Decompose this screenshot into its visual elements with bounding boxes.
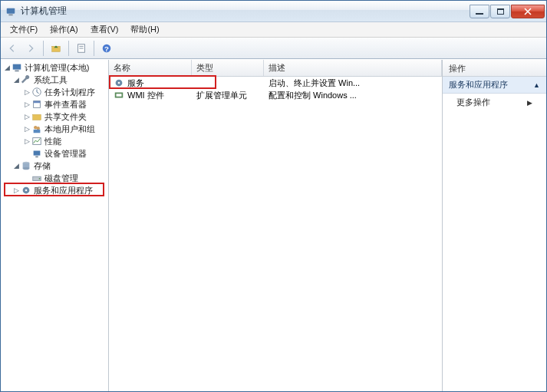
actions-category-label: 服务和应用程序: [449, 79, 508, 91]
folder-share-icon: [31, 111, 42, 122]
row-desc: 配置和控制 Windows ...: [269, 90, 357, 101]
help-icon: ?: [101, 43, 112, 54]
forward-button[interactable]: [22, 40, 39, 57]
event-icon: [31, 99, 42, 110]
svg-rect-18: [34, 151, 41, 156]
actions-body: 服务和应用程序 ▲ 更多操作 ▶: [443, 77, 546, 391]
maximize-button[interactable]: [490, 5, 510, 18]
svg-rect-12: [34, 101, 41, 104]
expander-icon[interactable]: ▷: [22, 113, 31, 120]
svg-rect-9: [15, 71, 18, 72]
expander-icon[interactable]: ▷: [22, 88, 31, 96]
list-row-wmi[interactable]: WMI 控件 扩展管理单元 配置和控制 Windows ...: [109, 89, 442, 101]
wrench-icon: [21, 74, 31, 85]
tree-performance[interactable]: ▷ 性能: [1, 135, 108, 147]
menu-view[interactable]: 查看(V): [84, 22, 125, 37]
storage-icon: [21, 160, 31, 171]
tree-node-label: 计算机管理(本地): [25, 62, 89, 74]
expander-icon[interactable]: ▷: [12, 186, 21, 194]
svg-point-24: [39, 178, 41, 180]
row-type: 扩展管理单元: [196, 90, 247, 101]
tree-node-label: 本地用户和组: [44, 124, 95, 135]
help-button[interactable]: ?: [98, 40, 115, 57]
menu-help[interactable]: 帮助(H): [124, 22, 165, 37]
tree-event-viewer[interactable]: ▷ 事件查看器: [1, 98, 108, 110]
tree-services-apps[interactable]: ▷ 服务和应用程序: [1, 184, 108, 196]
clock-icon: [31, 87, 42, 97]
list-header: 名称 类型 描述: [109, 60, 442, 77]
wmi-icon: [114, 90, 124, 100]
back-arrow-icon: [7, 43, 18, 54]
close-icon: [524, 8, 532, 15]
tree-storage[interactable]: ◢ 存储: [1, 160, 108, 172]
minimize-button[interactable]: [470, 5, 489, 18]
row-name: WMI 控件: [127, 90, 164, 101]
menu-action[interactable]: 操作(A): [44, 22, 84, 37]
tree-local-users[interactable]: ▷ 本地用户和组: [1, 123, 108, 135]
tree-task-scheduler[interactable]: ▷ 任务计划程序: [1, 86, 108, 98]
svg-point-22: [23, 167, 30, 170]
expander-icon[interactable]: ◢: [12, 162, 21, 170]
close-button[interactable]: [511, 5, 545, 18]
tree-node-label: 服务和应用程序: [34, 185, 93, 196]
tree-shared-folders[interactable]: ▷ 共享文件夹: [1, 110, 108, 123]
computer-icon: [12, 62, 22, 73]
menu-bar: 文件(F) 操作(A) 查看(V) 帮助(H): [1, 22, 546, 38]
window-controls: [469, 5, 545, 18]
window-title: 计算机管理: [21, 5, 469, 18]
properties-button[interactable]: [73, 40, 90, 57]
svg-rect-16: [34, 130, 41, 133]
expander-icon[interactable]: ◢: [12, 76, 21, 84]
tree-root[interactable]: ◢ 计算机管理(本地): [1, 61, 108, 74]
toolbar-separator: [94, 41, 94, 56]
tree-system-tools[interactable]: ◢ 系统工具: [1, 74, 108, 86]
up-button[interactable]: [48, 40, 64, 57]
users-icon: [31, 124, 42, 134]
svg-rect-19: [35, 156, 38, 158]
column-name[interactable]: 名称: [109, 60, 192, 76]
app-icon: [5, 6, 16, 17]
menu-file[interactable]: 文件(F): [4, 22, 44, 37]
properties-icon: [76, 43, 87, 54]
forward-arrow-icon: [25, 43, 36, 54]
actions-header: 操作: [443, 60, 546, 77]
svg-text:?: ?: [104, 44, 109, 52]
svg-rect-13: [33, 114, 41, 120]
tree-panel: ◢ 计算机管理(本地) ◢ 系统工具 ▷ 任务计划程序 ▷ 事件查看器 ▷: [1, 60, 109, 391]
tree-node-label: 共享文件夹: [44, 111, 87, 123]
column-type[interactable]: 类型: [192, 60, 264, 76]
toolbar-separator: [43, 41, 44, 56]
svg-point-15: [37, 127, 40, 130]
tree-node-label: 存储: [34, 160, 51, 172]
tree-disk-management[interactable]: 磁盘管理: [1, 172, 108, 184]
tree-node-label: 事件查看器: [44, 99, 87, 110]
app-window: 计算机管理 文件(F) 操作(A) 查看(V) 帮助(H) ? ◢: [0, 0, 547, 392]
toolbar-separator: [68, 41, 69, 56]
row-name: 服务: [127, 77, 144, 89]
gear-icon: [114, 77, 124, 88]
list-row-services[interactable]: 服务 启动、终止并设置 Win...: [109, 77, 442, 89]
folder-up-icon: [51, 43, 61, 54]
device-icon: [31, 148, 42, 159]
performance-icon: [31, 136, 42, 147]
disk-icon: [31, 173, 42, 183]
actions-more[interactable]: 更多操作 ▶: [443, 94, 546, 111]
tree-node-label: 磁盘管理: [44, 173, 78, 184]
tree-node-label: 系统工具: [34, 74, 68, 86]
svg-rect-8: [13, 64, 21, 70]
list-body: 服务 启动、终止并设置 Win... WMI 控件 扩展管理单元 配置和控制 W…: [109, 77, 442, 391]
actions-more-label: 更多操作: [456, 97, 490, 108]
expander-icon[interactable]: ▷: [22, 125, 31, 133]
services-apps-icon: [21, 185, 31, 196]
tree-node-label: 设备管理器: [44, 148, 87, 160]
svg-point-28: [118, 82, 120, 84]
tree-device-manager[interactable]: 设备管理器: [1, 147, 108, 160]
expander-icon[interactable]: ◢: [2, 64, 12, 71]
workspace: ◢ 计算机管理(本地) ◢ 系统工具 ▷ 任务计划程序 ▷ 事件查看器 ▷: [1, 59, 546, 391]
actions-category[interactable]: 服务和应用程序 ▲: [443, 77, 546, 94]
title-bar: 计算机管理: [1, 1, 546, 22]
expander-icon[interactable]: ▷: [22, 137, 31, 145]
column-desc[interactable]: 描述: [264, 60, 442, 76]
expander-icon[interactable]: ▷: [22, 100, 31, 108]
back-button[interactable]: [4, 40, 21, 57]
